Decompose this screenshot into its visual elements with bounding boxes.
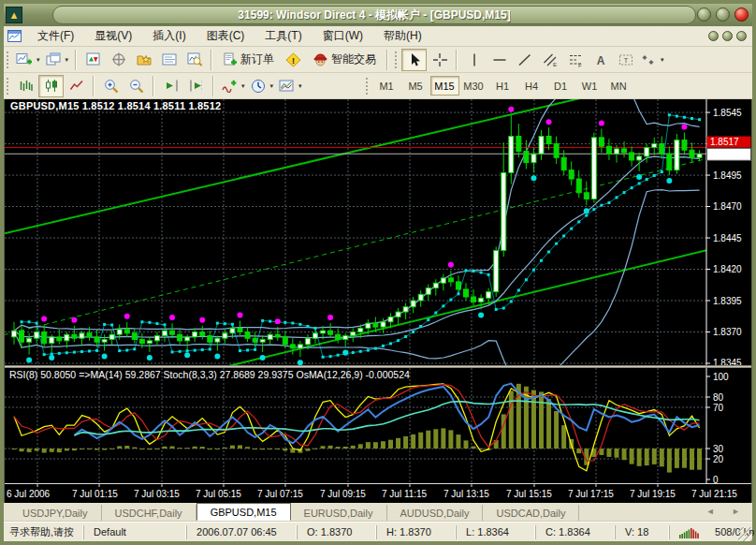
child-close-button[interactable] — [736, 31, 747, 41]
window-title: 31599: Windsor Direct 4 - 模拟帐户 - [GBPUSD… — [238, 7, 510, 23]
profiles-button[interactable]: ▾ — [43, 49, 72, 71]
line-chart-icon — [69, 79, 84, 93]
time-axis-label: 7 Jul 17:15 — [568, 489, 614, 499]
indicators-button[interactable]: ▾ — [218, 75, 248, 97]
toolbar-drag-handle[interactable] — [6, 51, 10, 69]
tab-eurusd[interactable]: EURUSD,Daily — [291, 505, 387, 521]
zoom-out-button[interactable] — [124, 75, 149, 97]
child-restore-button[interactable] — [722, 31, 733, 41]
auto-scroll-icon — [164, 79, 179, 93]
arrows-tool-button[interactable]: ▾ — [638, 49, 667, 71]
application-window: ▲ 31599: Windsor Direct 4 - 模拟帐户 - [GBPU… — [0, 0, 756, 545]
bar-chart-button[interactable] — [13, 75, 38, 97]
line-chart-button[interactable] — [64, 75, 89, 97]
menu-help[interactable]: 帮助(H) — [373, 26, 432, 46]
timeframe-d1-button[interactable]: D1 — [546, 76, 575, 96]
toolbar-separator — [211, 50, 212, 70]
minimize-button[interactable] — [697, 7, 711, 22]
templates-button[interactable]: ▾ — [276, 75, 305, 97]
connection-signal-icon — [679, 526, 702, 538]
navigator-button[interactable] — [131, 49, 156, 71]
strategy-tester-button[interactable] — [182, 49, 207, 71]
candlestick-chart-button[interactable] — [38, 75, 64, 97]
auto-scroll-button[interactable] — [158, 75, 183, 97]
clock-icon — [251, 79, 266, 94]
vertical-line-tool-button[interactable] — [461, 49, 487, 71]
chart-shift-button[interactable] — [183, 75, 209, 97]
crosshair-icon — [432, 52, 447, 67]
toolbar-drag-handle[interactable] — [6, 77, 10, 96]
menu-charts[interactable]: 图表(C) — [196, 26, 255, 46]
periods-button[interactable]: ▾ — [248, 75, 277, 97]
tab-usdcad[interactable]: USDCAD,Daily — [483, 505, 579, 521]
toolbar-charts: ▾ ▾ ▾ M1 M5 M15 M30 H1 H4 D1 W1 MN — [4, 73, 752, 99]
timeframe-w1-button[interactable]: W1 — [575, 76, 604, 96]
zoom-in-icon — [104, 79, 119, 94]
horizontal-line-tool-button[interactable] — [487, 49, 512, 71]
svg-text:1.8512: 1.8512 — [710, 149, 739, 159]
status-open: O: 1.8370 — [297, 525, 376, 539]
new-order-button[interactable]: 新订单 — [216, 49, 281, 71]
timeframe-m5-button[interactable]: M5 — [401, 76, 430, 96]
toolbar-drag-handle[interactable] — [365, 77, 370, 96]
toolbar-separator — [212, 76, 214, 96]
menu-view[interactable]: 显视(V) — [84, 26, 142, 46]
status-low: L: 1.8364 — [456, 525, 535, 539]
menu-window[interactable]: 窗口(W) — [313, 26, 373, 46]
tab-usdjpy[interactable]: USDJPY,Daily — [9, 505, 102, 521]
profiles-icon — [46, 52, 61, 66]
text-label-tool-button[interactable]: T — [613, 49, 638, 71]
restore-button[interactable] — [716, 7, 730, 22]
tab-audusd[interactable]: AUDUSD,Daily — [387, 505, 484, 521]
price-chart[interactable]: 1.85451.85201.84951.84701.84451.84201.83… — [5, 99, 751, 503]
chevron-down-icon: ▾ — [659, 56, 664, 64]
navigator-folder-star-icon — [137, 52, 152, 66]
status-profile[interactable]: Default — [83, 525, 186, 539]
tab-gbpusd[interactable]: GBPUSD,M15 — [196, 503, 291, 521]
timeframe-m30-button[interactable]: M30 — [459, 76, 488, 96]
crosshair-tool-button[interactable] — [427, 49, 452, 71]
bar-chart-icon — [19, 79, 34, 93]
chart-workspace: 1.85451.85201.84951.84701.84451.84201.83… — [4, 99, 752, 503]
menu-file[interactable]: 文件(F) — [27, 26, 84, 46]
new-order-icon — [223, 52, 238, 66]
channel-tool-button[interactable]: E — [537, 49, 562, 71]
zoom-in-button[interactable] — [98, 75, 124, 97]
expert-advisors-button[interactable]: 智能交易 — [306, 49, 383, 71]
timeframe-h1-button[interactable]: H1 — [488, 76, 517, 96]
terminal-button[interactable] — [156, 49, 182, 71]
cursor-tool-button[interactable] — [401, 49, 427, 71]
menu-tools[interactable]: 工具(T) — [254, 26, 312, 46]
expert-properties-button[interactable]: ! — [281, 49, 306, 71]
tab-usdchf[interactable]: USDCHF,Daily — [102, 505, 196, 521]
time-axis-label: 7 Jul 05:15 — [196, 489, 241, 499]
child-minimize-button[interactable] — [708, 31, 719, 41]
app-logo-icon: ▲ — [6, 7, 22, 23]
timeframe-m1-button[interactable]: M1 — [372, 76, 401, 96]
close-button[interactable] — [734, 7, 749, 22]
data-window-icon — [111, 52, 126, 66]
equidistant-channel-icon: E — [543, 52, 558, 67]
warning-diamond-icon: ! — [285, 52, 301, 67]
tab-scroll-arrows[interactable]: ◄ ► — [706, 507, 748, 516]
menu-insert[interactable]: 插入(I) — [142, 26, 196, 46]
chart-window-icon — [7, 30, 22, 42]
timeframe-h4-button[interactable]: H4 — [517, 76, 546, 96]
trendline-tool-button[interactable] — [512, 49, 537, 71]
time-axis-label: 7 Jul 03:15 — [134, 489, 180, 499]
zoom-out-icon — [129, 79, 144, 94]
time-axis-label: 7 Jul 15:15 — [506, 489, 552, 499]
chevron-down-icon: ▾ — [64, 56, 69, 64]
new-chart-button[interactable]: ▾ — [13, 49, 43, 71]
svg-text:E: E — [553, 62, 557, 67]
toolbar-drag-handle[interactable] — [394, 51, 399, 69]
text-label-icon: T — [618, 52, 633, 67]
market-watch-icon — [86, 52, 101, 66]
resize-grip[interactable] — [738, 527, 752, 541]
timeframe-mn-button[interactable]: MN — [604, 76, 633, 96]
timeframe-m15-button[interactable]: M15 — [430, 76, 459, 96]
market-watch-button[interactable] — [80, 49, 106, 71]
text-tool-button[interactable]: A — [588, 49, 613, 71]
data-window-button[interactable] — [106, 49, 131, 71]
fibonacci-tool-button[interactable]: F — [562, 49, 588, 71]
